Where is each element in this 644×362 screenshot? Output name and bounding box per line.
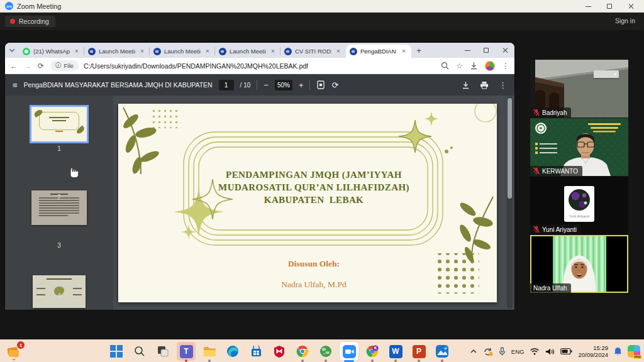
sync-update-icon[interactable]: [483, 347, 493, 356]
profile-avatar[interactable]: [485, 61, 495, 71]
recording-dot-icon: [10, 19, 15, 24]
tab-search-chevron-icon[interactable]: [5, 43, 19, 58]
minimize-button[interactable]: [577, 0, 599, 13]
downloads-icon[interactable]: [470, 62, 478, 70]
pdf-sidebar-toggle-icon[interactable]: ≡: [13, 80, 18, 90]
rotate-icon[interactable]: ⟳: [331, 80, 338, 90]
participant-tile-badriyah[interactable]: Badriyah: [530, 60, 628, 118]
forward-icon[interactable]: →: [24, 62, 31, 70]
bookmark-star-icon[interactable]: ☆: [456, 62, 463, 70]
pdf-viewport[interactable]: 1 2 3: [5, 96, 514, 310]
tab-launch-meeting-1[interactable]: Launch Meeting - ×: [84, 45, 150, 58]
green-globe-app-icon[interactable]: [316, 342, 335, 361]
taskbar-corner-app[interactable]: 1: [5, 343, 24, 361]
mcafee-icon[interactable]: [270, 342, 289, 361]
browser-close-button[interactable]: [496, 43, 514, 58]
clock[interactable]: 15:29 20/09/2024: [578, 344, 608, 358]
pdf-zoom-level[interactable]: 50%: [275, 80, 292, 90]
tab-cv-siti-rodiah[interactable]: CV SITI RODIAH B ×: [280, 45, 346, 58]
participant-tile-kerwanto[interactable]: KERWANTO: [530, 118, 628, 176]
thumbnail-page-1[interactable]: [31, 107, 87, 141]
zoom-favicon: [219, 48, 226, 55]
pdf-document-title: PengaBDIAN MASYARAKAT BERSAMA JMQH DI KA…: [24, 81, 213, 89]
tab-launch-meeting-2[interactable]: Launch Meeting - ×: [150, 45, 215, 58]
pdf-menu-icon[interactable]: ⋮: [499, 80, 507, 90]
sign-in-button[interactable]: Sign in: [615, 17, 635, 25]
address-bar: ← → ⟳ ⓘ File C:/Users/sukriyadin/Downloa…: [5, 58, 514, 74]
svg-text:Yuni Ariyanti: Yuni Ariyanti: [569, 214, 589, 218]
pdf-favicon: [350, 48, 357, 55]
maximize-button[interactable]: [599, 0, 620, 13]
whatsapp-favicon: [23, 48, 30, 55]
zoom-out-icon[interactable]: −: [264, 80, 269, 90]
zoom-taskbar-icon[interactable]: [340, 342, 358, 361]
photos-icon[interactable]: [433, 342, 452, 361]
microsoft-store-icon[interactable]: [247, 342, 265, 361]
fit-page-icon[interactable]: [316, 80, 325, 89]
tab-close-icon[interactable]: ×: [73, 48, 80, 55]
start-button[interactable]: [107, 342, 126, 361]
omnibox[interactable]: ⓘ File C:/Users/sukriyadin/Downloads/PEN…: [50, 60, 435, 72]
word-icon[interactable]: W: [386, 342, 405, 361]
volume-icon[interactable]: [545, 348, 555, 356]
pdf-thumbnail-panel: 1 2 3: [5, 96, 113, 310]
thumbnail-number: 2: [5, 194, 113, 200]
file-scheme-chip[interactable]: ⓘ File: [50, 60, 79, 71]
tab-close-icon[interactable]: ×: [138, 48, 146, 55]
zoom-meeting-topbar: Recording Sign in: [0, 13, 644, 30]
windows-taskbar: 1 T: [0, 339, 644, 362]
thumbnail-number: 3: [5, 242, 113, 249]
browser-minimize-button[interactable]: [458, 43, 477, 58]
shared-screen-area: (21) WhatsApp × Launch Meeting - × Launc…: [0, 30, 644, 339]
pdf-page-slide[interactable]: PENDAMPINGAN JMQH (JAM’IYYAHMUDAROSATIL …: [118, 104, 497, 302]
pdf-page-input[interactable]: 1: [219, 80, 234, 90]
edge-icon[interactable]: [223, 342, 242, 361]
pdf-download-icon[interactable]: [462, 81, 470, 89]
pdf-scrollbar[interactable]: [507, 97, 513, 309]
tray-chevron-up-icon[interactable]: [470, 348, 477, 354]
tab-close-icon[interactable]: ×: [269, 48, 277, 55]
tray-mic-icon[interactable]: [499, 347, 506, 356]
chrome-profile-k-icon[interactable]: K: [363, 342, 382, 361]
zoom-page-icon[interactable]: [441, 62, 449, 70]
participants-panel: Badriyah: [530, 60, 628, 293]
task-view-button[interactable]: [153, 342, 172, 361]
search-button[interactable]: [130, 342, 149, 361]
thumbnail-page-3[interactable]: [33, 275, 86, 308]
mouse-cursor-hand: [68, 167, 79, 178]
reload-icon[interactable]: ⟳: [38, 62, 44, 70]
recording-indicator[interactable]: Recording: [5, 16, 55, 27]
pdf-print-icon[interactable]: [480, 81, 489, 89]
battery-icon[interactable]: [560, 348, 572, 355]
pdf-toolbar: ≡ PengaBDIAN MASYARAKAT BERSAMA JMQH DI …: [5, 74, 514, 96]
mic-muted-icon: [533, 226, 540, 233]
tab-launch-meeting-3[interactable]: Launch Meeting - ×: [215, 45, 280, 58]
thumbnail-number: 4: [5, 292, 113, 299]
back-icon[interactable]: ←: [10, 62, 18, 70]
notification-bell-icon[interactable]: [614, 347, 622, 356]
tab-close-icon[interactable]: ×: [335, 48, 342, 55]
browser-menu-icon[interactable]: ⋮: [502, 62, 509, 70]
teams-icon[interactable]: T: [177, 342, 196, 361]
browser-maximize-button[interactable]: [477, 43, 496, 58]
tab-close-icon[interactable]: ×: [400, 48, 408, 55]
file-explorer-icon[interactable]: [200, 342, 219, 361]
new-tab-button[interactable]: +: [411, 43, 426, 58]
zoom-in-icon[interactable]: +: [299, 80, 304, 90]
wifi-icon[interactable]: [530, 348, 540, 355]
thumbnail-number: 1: [5, 145, 113, 152]
tab-pengabdian-active[interactable]: PengaBDIAN MAS ×: [346, 45, 411, 58]
zoom-meeting-window: zm Zoom Meeting Recording Sign in (21) W…: [0, 0, 644, 362]
url-text[interactable]: C:/Users/sukriyadin/Downloads/PENDAMPING…: [84, 62, 308, 70]
tab-whatsapp[interactable]: (21) WhatsApp ×: [19, 45, 84, 58]
powerpoint-icon[interactable]: P: [409, 342, 428, 361]
close-button[interactable]: [620, 0, 641, 13]
slide-author: Nadra Ulfah, M.Pd: [232, 280, 396, 290]
participant-tile-nadra[interactable]: Nadra Ulfah: [530, 235, 628, 293]
chrome-icon[interactable]: [293, 342, 312, 361]
preview-app-icon[interactable]: PRE: [628, 345, 640, 358]
tab-close-icon[interactable]: ×: [204, 48, 211, 55]
participant-tile-yuni[interactable]: Yuni Ariyanti Yuni Ariyanti: [530, 177, 628, 234]
pdf-scrollbar-thumb[interactable]: [508, 98, 512, 199]
language-indicator[interactable]: ENG: [511, 348, 525, 355]
